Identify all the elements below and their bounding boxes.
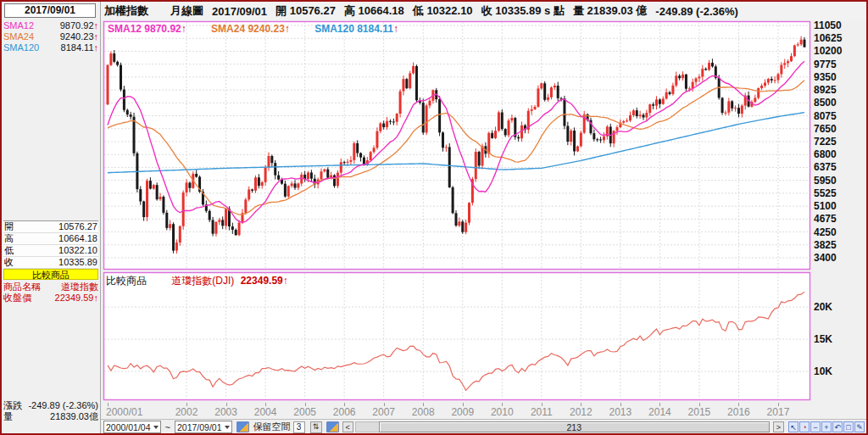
svg-text:8925: 8925: [814, 84, 837, 96]
compare-line-chart[interactable]: 20K15K10K: [101, 271, 866, 403]
high-label: 高: [4, 233, 14, 244]
compare-panel: 商品名稱 道瓊指數 收盤價 22349.59↑: [3, 282, 98, 304]
period-label: 月線圖: [170, 3, 203, 19]
close-label: 收: [4, 257, 14, 268]
symbol-name: 加權指數: [104, 3, 148, 19]
sma12-row: SMA12 9870.92↑: [3, 20, 98, 31]
svg-text:8500: 8500: [814, 97, 837, 109]
up-arrow-icon: ↑: [94, 42, 99, 53]
marquee-icon[interactable]: □: [843, 421, 854, 432]
sma120-value: 8184.11: [61, 42, 94, 53]
x-axis-label: 2006: [333, 406, 356, 418]
compare-title: 比較商品: [106, 275, 147, 287]
sma24-label: SMA24: [3, 31, 34, 42]
cursor-date-box: 2017/09/01: [4, 3, 96, 18]
close-price-value: 22349.59: [55, 293, 94, 303]
svg-text:4250: 4250: [814, 226, 837, 238]
sma120-label: SMA120: [3, 42, 39, 53]
up-arrow-icon: ↑: [94, 31, 99, 42]
x-axis-label: 2013: [609, 406, 632, 418]
svg-text:3400: 3400: [814, 252, 837, 264]
from-date-field[interactable]: 2000/01/04: [103, 421, 161, 433]
svg-text:8075: 8075: [814, 110, 837, 122]
x-axis-label: 2015: [688, 406, 711, 418]
pencil-icon[interactable]: ✎: [854, 421, 865, 432]
header-change: -249.89 (-2.36%): [655, 5, 738, 18]
chevron-down-icon[interactable]: [225, 426, 230, 429]
close-row: 收 10335.89: [3, 257, 98, 269]
volume-label: 量: [3, 411, 13, 422]
svg-text:10K: 10K: [814, 365, 832, 377]
keep-space-spinner[interactable]: ⇅: [310, 421, 322, 433]
low-value: 10322.10: [58, 245, 97, 256]
open-value: 10576.27: [58, 221, 97, 232]
scroll-right-button[interactable]: >: [773, 421, 784, 432]
minus-icon[interactable]: −: [810, 421, 821, 432]
open-label: 開: [4, 221, 14, 232]
x-axis-label: 2008: [412, 406, 435, 418]
x-axis-label: 2009: [451, 406, 474, 418]
scrollbar-track[interactable]: [355, 421, 379, 432]
x-axis-label: 2011: [531, 406, 553, 418]
to-date-field[interactable]: 2017/09/01: [175, 421, 232, 433]
keep-space-input[interactable]: 3: [293, 421, 305, 433]
ohlc-panel: 開 10576.27 高 10664.18 低 10322.10 收 10335…: [3, 220, 98, 270]
chart-tool-icon[interactable]: [326, 421, 339, 432]
bottom-toolbar: 2000/01/04 ~ 2017/09/01 保留空間 3 ⇅ < 213 >…: [101, 419, 866, 434]
close-price-label: 收盤價: [3, 293, 31, 304]
change-value: -249.89 (-2.36%): [28, 400, 98, 411]
main-candlestick-chart[interactable]: 1105010625102009775935089258500807576507…: [101, 20, 866, 271]
up-arrow-icon: ↑: [94, 293, 99, 303]
drawing-toolbar: ↖◔−+↶□✎: [787, 421, 865, 432]
product-name-value: 道瓊指數: [61, 282, 98, 293]
svg-text:3825: 3825: [814, 239, 837, 251]
svg-text:10625: 10625: [814, 32, 843, 44]
x-axis-label: 2017: [767, 406, 790, 418]
x-axis-label: 2004: [254, 406, 277, 418]
low-row: 低 10322.10: [3, 245, 98, 257]
open-row: 開 10576.27: [3, 221, 98, 233]
cursor-icon[interactable]: ↖: [788, 421, 798, 432]
app-window: 2017/09/01 SMA12 9870.92↑ SMA24 9240.23↑…: [0, 0, 868, 435]
svg-text:9350: 9350: [814, 71, 837, 83]
high-row: 高 10664.18: [3, 233, 98, 245]
compare-chart-legend: 比較商品 道瓊指數(DJI) 22349.59↑: [106, 274, 288, 288]
up-arrow-icon: ↑: [181, 23, 186, 35]
compare-name: 道瓊指數(DJI): [171, 275, 234, 287]
header-high: 高 10664.18: [344, 3, 404, 19]
x-axis-label: 2016: [727, 406, 750, 418]
up-arrow-icon: ↑: [393, 23, 398, 35]
undo-icon[interactable]: ↶: [832, 421, 843, 432]
volume-value: 21839.03億: [50, 411, 98, 422]
main-chart-legend: SMA12 9870.92↑ SMA24 9240.23↑ SMA120 818…: [108, 23, 420, 35]
chart-tool-icon[interactable]: [236, 421, 249, 432]
up-arrow-icon: ↑: [285, 23, 290, 35]
chevron-down-icon[interactable]: [153, 426, 159, 429]
svg-text:5950: 5950: [814, 175, 837, 187]
sidebar: 2017/09/01 SMA12 9870.92↑ SMA24 9240.23↑…: [2, 2, 101, 433]
legend-sma12: SMA12 9870.92: [108, 23, 181, 35]
from-date-value: 2000/01/04: [106, 422, 151, 432]
close-price-row: 收盤價 22349.59↑: [3, 293, 98, 304]
sma120-row: SMA120 8184.11↑: [3, 42, 98, 53]
x-axis-labels: 2000/01200220032004200520062007200820092…: [101, 403, 866, 420]
x-axis-label: 2002: [175, 406, 198, 418]
header-low: 低 10322.10: [413, 3, 473, 19]
svg-text:5100: 5100: [814, 200, 837, 212]
x-axis-label: 2007: [372, 406, 395, 418]
keep-space-label: 保留空間: [253, 421, 291, 433]
svg-text:10200: 10200: [814, 45, 843, 57]
scroll-left-button[interactable]: <: [342, 421, 353, 432]
clock-icon[interactable]: ◔: [799, 421, 810, 432]
svg-text:20K: 20K: [814, 301, 832, 313]
plus-icon[interactable]: +: [821, 421, 832, 432]
sma12-label: SMA12: [3, 20, 34, 31]
up-arrow-icon: ↑: [283, 275, 288, 287]
change-panel: 漲跌 -249.89 (-2.36%) 量 21839.03億: [3, 400, 98, 422]
scrollbar-thumb[interactable]: 213: [379, 421, 770, 432]
to-date-value: 2017/09/01: [177, 422, 222, 432]
svg-text:7225: 7225: [814, 136, 837, 148]
sma24-row: SMA24 9240.23↑: [3, 31, 98, 42]
change-label: 漲跌: [3, 400, 22, 411]
compare-product-header: 比較商品: [3, 269, 98, 280]
